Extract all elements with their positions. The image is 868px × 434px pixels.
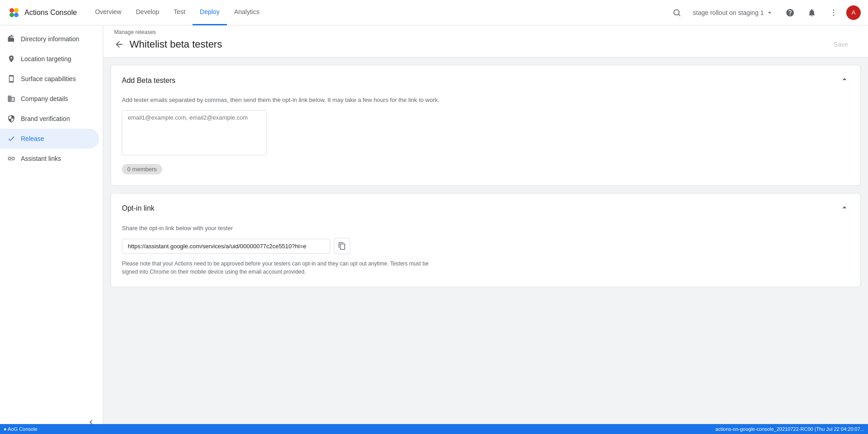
search-button[interactable] [668, 4, 686, 22]
beta-testers-section-header[interactable]: Add Beta testers [111, 65, 860, 96]
logo-area: Actions Console [7, 6, 77, 19]
svg-point-7 [833, 12, 834, 13]
save-button[interactable]: Save [825, 37, 857, 52]
sidebar-item-location-targeting[interactable]: Location targeting [0, 49, 99, 69]
svg-line-5 [678, 14, 680, 16]
sidebar-label-assistant-links: Assistant links [21, 155, 61, 162]
stage-selector[interactable]: stage rollout on staging 1 [690, 7, 777, 19]
svg-point-0 [10, 8, 14, 13]
sidebar-label-company-details: Company details [21, 95, 68, 102]
back-button[interactable] [114, 39, 124, 49]
opt-in-url-row: https://assistant.google.com/services/a/… [122, 238, 849, 254]
nav-deploy[interactable]: Deploy [193, 0, 227, 25]
sidebar-item-brand-verification[interactable]: Brand verification [0, 109, 99, 129]
content-body: Add Beta testers Add tester emails separ… [103, 58, 868, 294]
notifications-button[interactable] [803, 4, 821, 22]
nav-right: stage rollout on staging 1 A [668, 4, 861, 22]
sidebar-label-release: Release [21, 135, 44, 142]
sidebar-item-assistant-links[interactable]: Assistant links [0, 149, 99, 169]
opt-in-body: Share the opt-in link below with your te… [111, 224, 860, 287]
beta-testers-description: Add tester emails separated by commas, t… [122, 96, 849, 105]
sidebar-label-brand-verification: Brand verification [21, 115, 70, 122]
sidebar-label-surface-capabilities: Surface capabilities [21, 75, 76, 82]
email-input[interactable] [122, 110, 267, 155]
surface-capabilities-icon [7, 75, 15, 83]
svg-point-8 [833, 14, 834, 16]
svg-point-4 [674, 10, 679, 15]
opt-in-note: Please note that your Actions need to be… [122, 260, 439, 276]
beta-testers-card: Add Beta testers Add tester emails separ… [111, 65, 861, 186]
help-button[interactable] [781, 4, 799, 22]
status-bar: ● AoG Console actions-on-google-console_… [0, 424, 868, 434]
nav-analytics[interactable]: Analytics [227, 0, 267, 25]
status-bar-left: ● AoG Console [4, 426, 38, 432]
title-row: Whitelist beta testers [114, 39, 222, 50]
release-icon [7, 135, 15, 143]
more-options-button[interactable] [825, 4, 843, 22]
opt-in-description: Share the opt-in link below with your te… [122, 224, 849, 233]
beta-testers-body: Add tester emails separated by commas, t… [111, 96, 860, 185]
sidebar-item-release[interactable]: Release [0, 129, 99, 149]
main-content: Manage releases Whitelist beta testers S… [103, 25, 868, 434]
sidebar-item-directory-information[interactable]: Directory information [0, 29, 99, 49]
copy-link-button[interactable] [334, 238, 350, 254]
members-badge: 0 members [122, 164, 162, 174]
content-header-area: Manage releases Whitelist beta testers S… [103, 25, 868, 58]
top-nav: Actions Console Overview Develop Test De… [0, 0, 868, 25]
nav-overview[interactable]: Overview [88, 0, 129, 25]
app-title: Actions Console [24, 9, 77, 17]
svg-point-2 [10, 13, 14, 17]
assistant-links-icon [7, 154, 15, 163]
opt-in-section-header[interactable]: Opt-in link [111, 193, 860, 224]
opt-in-collapse-icon [839, 203, 849, 215]
sidebar-item-surface-capabilities[interactable]: Surface capabilities [0, 69, 99, 89]
breadcrumb: Manage releases [114, 29, 857, 37]
svg-point-1 [14, 8, 19, 13]
beta-testers-collapse-icon [839, 74, 849, 87]
brand-verification-icon [7, 115, 15, 123]
directory-information-icon [7, 35, 15, 43]
nav-test[interactable]: Test [166, 0, 193, 25]
location-targeting-icon [7, 55, 15, 63]
avatar[interactable]: A [846, 5, 861, 20]
opt-in-link-card: Opt-in link Share the opt-in link below … [111, 193, 861, 288]
nav-links: Overview Develop Test Deploy Analytics [88, 0, 668, 25]
sidebar-label-directory-information: Directory information [21, 35, 79, 43]
google-logo [7, 6, 21, 19]
nav-develop[interactable]: Develop [129, 0, 166, 25]
opt-in-title: Opt-in link [122, 204, 154, 212]
layout: Directory information Location targeting… [0, 25, 868, 434]
status-bar-right: actions-on-google-console_20210722-RC00 … [715, 426, 864, 432]
opt-in-url: https://assistant.google.com/services/a/… [122, 239, 330, 254]
page-title: Whitelist beta testers [130, 39, 222, 50]
svg-point-6 [833, 9, 834, 10]
sidebar: Directory information Location targeting… [0, 25, 103, 434]
sidebar-item-company-details[interactable]: Company details [0, 89, 99, 109]
company-details-icon [7, 95, 15, 103]
beta-testers-title: Add Beta testers [122, 77, 175, 85]
svg-point-3 [14, 13, 19, 17]
sidebar-label-location-targeting: Location targeting [21, 55, 71, 63]
